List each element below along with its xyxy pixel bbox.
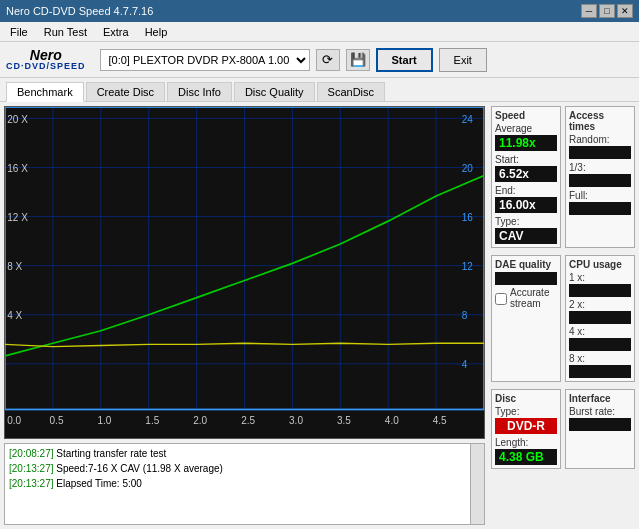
svg-text:24: 24 [462, 114, 473, 125]
accurate-stream-checkbox[interactable] [495, 293, 507, 305]
access-onethird-value [569, 174, 631, 187]
log-timestamp-0: [20:08:27] [9, 448, 53, 459]
tab-benchmark[interactable]: Benchmark [6, 82, 84, 102]
access-random-value [569, 146, 631, 159]
save-icon-button[interactable]: 💾 [346, 49, 370, 71]
tab-bar: Benchmark Create Disc Disc Info Disc Qua… [0, 78, 639, 102]
svg-text:3.0: 3.0 [289, 415, 303, 426]
tab-scan-disc[interactable]: ScanDisc [317, 82, 385, 101]
cpu-x4-label: 4 x: [569, 326, 631, 337]
svg-text:20: 20 [462, 163, 473, 174]
dae-title: DAE quality [495, 259, 557, 270]
menu-extra[interactable]: Extra [97, 24, 135, 40]
disc-section: Disc Type: DVD-R Length: 4.38 GB [491, 389, 561, 469]
minimize-button[interactable]: ─ [581, 4, 597, 18]
cpu-x8-label: 8 x: [569, 353, 631, 364]
speed-title: Speed [495, 110, 557, 121]
svg-text:0.0: 0.0 [7, 415, 21, 426]
disc-length-label: Length: [495, 437, 557, 448]
speed-start-value: 6.52x [495, 166, 557, 182]
drive-select[interactable]: [0:0] PLEXTOR DVDR PX-800A 1.00 [100, 49, 310, 71]
menu-help[interactable]: Help [139, 24, 174, 40]
access-random-label: Random: [569, 134, 631, 145]
cpu-x1-value [569, 284, 631, 297]
accurate-stream-label: Accurate stream [510, 287, 557, 309]
log-entry-2: [20:13:27] Elapsed Time: 5:00 [9, 476, 480, 491]
svg-text:8 X: 8 X [7, 261, 22, 272]
tab-disc-quality[interactable]: Disc Quality [234, 82, 315, 101]
cpu-x1-label: 1 x: [569, 272, 631, 283]
speed-section: Speed Average 11.98x Start: 6.52x End: 1… [491, 106, 561, 248]
log-entry-1: [20:13:27] Speed:7-16 X CAV (11.98 X ave… [9, 461, 480, 476]
app-title: Nero CD-DVD Speed 4.7.7.16 [6, 5, 153, 17]
svg-text:4.0: 4.0 [385, 415, 399, 426]
chart-svg: 20 X 16 X 12 X 8 X 4 X 24 20 16 12 8 4 0… [5, 107, 484, 438]
titlebar: Nero CD-DVD Speed 4.7.7.16 ─ □ ✕ [0, 0, 639, 22]
close-button[interactable]: ✕ [617, 4, 633, 18]
tab-create-disc[interactable]: Create Disc [86, 82, 165, 101]
start-button[interactable]: Start [376, 48, 433, 72]
log-timestamp-2: [20:13:27] [9, 478, 53, 489]
log-content: [20:08:27] Starting transfer rate test [… [5, 444, 484, 493]
cpu-x2-label: 2 x: [569, 299, 631, 310]
svg-text:8: 8 [462, 310, 468, 321]
svg-text:12: 12 [462, 261, 473, 272]
menu-file[interactable]: File [4, 24, 34, 40]
access-section: Access times Random: 1/3: Full: [565, 106, 635, 248]
burst-rate-label: Burst rate: [569, 406, 631, 417]
nero-logo-top: Nero [30, 48, 62, 62]
cpu-title: CPU usage [569, 259, 631, 270]
log-text-0: Starting transfer rate test [56, 448, 166, 459]
svg-text:20 X: 20 X [7, 114, 28, 125]
svg-text:4 X: 4 X [7, 310, 22, 321]
log-entry-0: [20:08:27] Starting transfer rate test [9, 446, 480, 461]
svg-text:16: 16 [462, 212, 473, 223]
svg-text:4: 4 [462, 359, 468, 370]
log-area: [20:08:27] Starting transfer rate test [… [4, 443, 485, 525]
interface-section: Interface Burst rate: [565, 389, 635, 469]
log-timestamp-1: [20:13:27] [9, 463, 53, 474]
chart-area: 20 X 16 X 12 X 8 X 4 X 24 20 16 12 8 4 0… [0, 102, 489, 529]
disc-type-value: DVD-R [495, 418, 557, 434]
speed-end-label: End: [495, 185, 557, 196]
log-scrollbar[interactable] [470, 444, 484, 524]
dae-section: DAE quality Accurate stream [491, 255, 561, 382]
toolbar: Nero CD·DVD/SPEED [0:0] PLEXTOR DVDR PX-… [0, 42, 639, 78]
svg-text:12 X: 12 X [7, 212, 28, 223]
svg-text:16 X: 16 X [7, 163, 28, 174]
disc-title: Disc [495, 393, 557, 404]
menubar: File Run Test Extra Help [0, 22, 639, 42]
nero-logo-bottom: CD·DVD/SPEED [6, 62, 86, 71]
dae-value [495, 272, 557, 285]
maximize-button[interactable]: □ [599, 4, 615, 18]
cpu-x2-value [569, 311, 631, 324]
refresh-icon-button[interactable]: ⟳ [316, 49, 340, 71]
speed-average-label: Average [495, 123, 557, 134]
svg-text:3.5: 3.5 [337, 415, 351, 426]
interface-title: Interface [569, 393, 631, 404]
speed-start-label: Start: [495, 154, 557, 165]
log-text-2: Elapsed Time: 5:00 [56, 478, 142, 489]
burst-rate-value [569, 418, 631, 431]
nero-logo: Nero CD·DVD/SPEED [6, 48, 86, 71]
cpu-x4-value [569, 338, 631, 351]
access-title: Access times [569, 110, 631, 132]
exit-button[interactable]: Exit [439, 48, 487, 72]
speed-end-value: 16.00x [495, 197, 557, 213]
svg-text:2.0: 2.0 [193, 415, 207, 426]
access-full-value [569, 202, 631, 215]
cpu-x8-value [569, 365, 631, 378]
disc-length-value: 4.38 GB [495, 449, 557, 465]
window-controls: ─ □ ✕ [581, 4, 633, 18]
chart-container: 20 X 16 X 12 X 8 X 4 X 24 20 16 12 8 4 0… [4, 106, 485, 439]
speed-type-value: CAV [495, 228, 557, 244]
svg-text:1.0: 1.0 [97, 415, 111, 426]
tab-disc-info[interactable]: Disc Info [167, 82, 232, 101]
cpu-section: CPU usage 1 x: 2 x: 4 x: 8 x: [565, 255, 635, 382]
svg-text:4.5: 4.5 [433, 415, 447, 426]
speed-average-value: 11.98x [495, 135, 557, 151]
right-panel: Speed Average 11.98x Start: 6.52x End: 1… [489, 102, 639, 529]
menu-run-test[interactable]: Run Test [38, 24, 93, 40]
svg-text:2.5: 2.5 [241, 415, 255, 426]
access-onethird-label: 1/3: [569, 162, 631, 173]
